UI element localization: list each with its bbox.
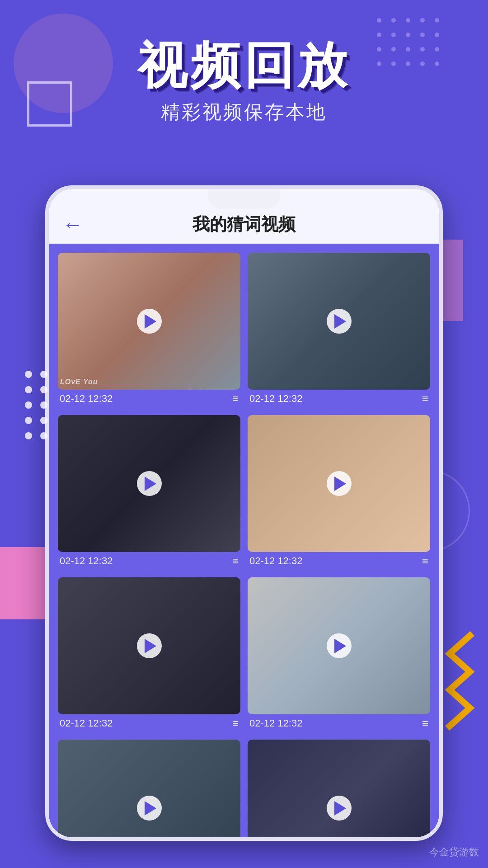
- back-button[interactable]: ←: [62, 214, 83, 235]
- side-dot: [40, 401, 47, 409]
- play-triangle-icon: [145, 801, 156, 816]
- side-dot: [25, 371, 32, 378]
- side-dot: [40, 432, 47, 439]
- watermark: 今金贷游数: [429, 845, 479, 859]
- menu-icon[interactable]: ≡: [232, 392, 239, 405]
- menu-icon[interactable]: ≡: [422, 392, 428, 405]
- play-triangle-icon: [334, 801, 346, 816]
- video-thumbnail[interactable]: [248, 415, 430, 552]
- video-card: LOvE You 02-12 12:32 ≡: [58, 253, 240, 408]
- menu-icon[interactable]: ≡: [232, 555, 239, 567]
- play-triangle-icon: [334, 314, 346, 329]
- play-button[interactable]: [137, 796, 162, 821]
- play-button[interactable]: [137, 309, 162, 334]
- play-triangle-icon: [334, 639, 346, 653]
- play-triangle-icon: [145, 639, 156, 653]
- video-thumbnail[interactable]: [58, 577, 240, 714]
- side-dot: [40, 371, 47, 378]
- video-footer: 02-12 12:32 ≡: [58, 390, 240, 408]
- header-area: 视频回放 精彩视频保存本地: [0, 41, 488, 125]
- video-card: 02-12 12:32 ≡: [248, 740, 430, 837]
- video-timestamp: 02-12 12:32: [249, 555, 302, 567]
- video-footer: 02-12 12:32 ≡: [58, 714, 240, 732]
- video-timestamp: 02-12 12:32: [60, 717, 113, 729]
- video-thumbnail[interactable]: [58, 740, 240, 837]
- play-button[interactable]: [137, 633, 162, 658]
- side-dot: [40, 386, 47, 393]
- video-timestamp: 02-12 12:32: [60, 393, 113, 405]
- side-dot: [40, 417, 47, 424]
- video-card: 02-12 12:32 ≡: [248, 577, 430, 732]
- menu-icon[interactable]: ≡: [422, 555, 428, 567]
- menu-icon[interactable]: ≡: [232, 717, 239, 730]
- side-dot: [25, 401, 32, 409]
- video-thumbnail[interactable]: LOvE You: [58, 253, 240, 390]
- play-button[interactable]: [327, 309, 352, 334]
- video-timestamp: 02-12 12:32: [249, 393, 302, 405]
- sub-title: 精彩视频保存本地: [0, 99, 488, 125]
- video-card: 02-12 12:32 ≡: [248, 253, 430, 408]
- phone-notch: [208, 189, 280, 209]
- play-triangle-icon: [145, 476, 156, 491]
- menu-icon[interactable]: ≡: [422, 717, 428, 730]
- screen-title: 我的猜词视频: [192, 213, 296, 236]
- video-card: 02-12 12:32 ≡: [58, 740, 240, 837]
- side-dot: [25, 386, 32, 393]
- video-footer: 02-12 12:32 ≡: [58, 552, 240, 570]
- play-triangle-icon: [145, 314, 156, 329]
- video-grid: LOvE You 02-12 12:32 ≡ 02-12 12:32 ≡: [49, 244, 439, 837]
- video-card: 02-12 12:32 ≡: [58, 415, 240, 570]
- side-dot: [25, 432, 32, 439]
- video-footer: 02-12 12:32 ≡: [248, 552, 430, 570]
- play-button[interactable]: [137, 471, 162, 496]
- video-thumbnail[interactable]: [58, 415, 240, 552]
- video-thumbnail[interactable]: [248, 577, 430, 714]
- video-card: 02-12 12:32 ≡: [58, 577, 240, 732]
- play-button[interactable]: [327, 633, 352, 658]
- side-dots: [25, 371, 47, 439]
- play-button[interactable]: [327, 471, 352, 496]
- video-thumbnail[interactable]: [248, 740, 430, 837]
- phone-mockup: ← 我的猜词视频 LOvE You 02-12 12:32 ≡: [45, 185, 443, 841]
- side-dot: [25, 417, 32, 424]
- video-footer: 02-12 12:32 ≡: [248, 390, 430, 408]
- video-thumbnail[interactable]: [248, 253, 430, 390]
- play-button[interactable]: [327, 796, 352, 821]
- main-title: 视频回放: [0, 41, 488, 90]
- love-you-text: LOvE You: [60, 378, 98, 386]
- video-timestamp: 02-12 12:32: [60, 555, 113, 567]
- video-timestamp: 02-12 12:32: [249, 717, 302, 729]
- video-card: 02-12 12:32 ≡: [248, 415, 430, 570]
- video-footer: 02-12 12:32 ≡: [248, 714, 430, 732]
- zigzag-decoration: [445, 631, 477, 741]
- phone-screen: ← 我的猜词视频 LOvE You 02-12 12:32 ≡: [49, 189, 439, 837]
- play-triangle-icon: [334, 476, 346, 491]
